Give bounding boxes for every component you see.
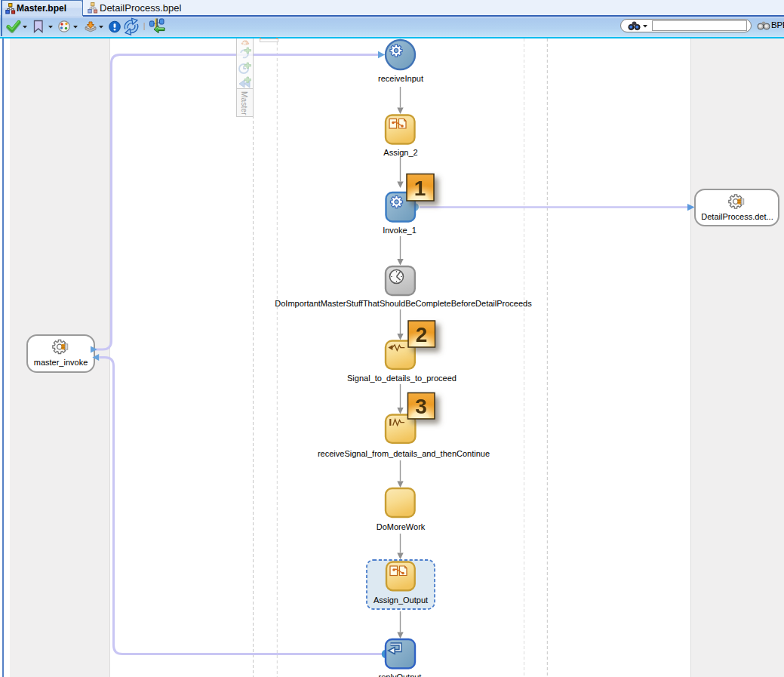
svg-text:Assign_Output: Assign_Output xyxy=(374,595,428,605)
svg-text:2: 2 xyxy=(416,323,428,346)
svg-text:DetailProcess.det...: DetailProcess.det... xyxy=(701,212,773,221)
svg-text:Assign_2: Assign_2 xyxy=(383,148,417,157)
svg-text:receiveSignal_from_details_and: receiveSignal_from_details_and_thenConti… xyxy=(318,449,490,458)
svg-text:1: 1 xyxy=(414,177,426,200)
svg-text:receiveInput: receiveInput xyxy=(378,74,423,83)
svg-text:master_invoke: master_invoke xyxy=(34,358,88,367)
svg-text:3: 3 xyxy=(415,395,427,418)
svg-text:DoMoreWork: DoMoreWork xyxy=(377,522,426,531)
svg-text:Signal_to_details_to_proceed: Signal_to_details_to_proceed xyxy=(347,374,457,383)
svg-text:Invoke_1: Invoke_1 xyxy=(383,226,417,235)
svg-text:DoImportantMasterStuffThatShou: DoImportantMasterStuffThatShouldBeComple… xyxy=(275,299,532,308)
svg-text:replyOutput: replyOutput xyxy=(379,672,422,677)
